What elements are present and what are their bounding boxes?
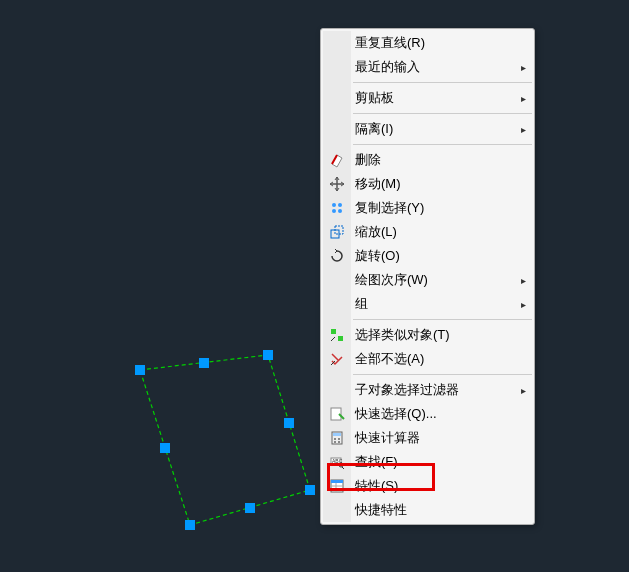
svg-point-2 [338, 203, 342, 207]
svg-marker-0 [140, 355, 310, 525]
svg-rect-20 [331, 480, 343, 483]
menu-item-label: 复制选择(Y) [355, 199, 516, 217]
deselect-icon [327, 349, 347, 369]
menu-item-label: 缩放(L) [355, 223, 516, 241]
menu-item-label: 移动(M) [355, 175, 516, 193]
menu-item-label: 子对象选择过滤器 [355, 381, 516, 399]
menu-item[interactable]: 复制选择(Y) [321, 196, 534, 220]
grip-handle[interactable] [185, 520, 195, 530]
no-icon [327, 500, 347, 520]
menu-item[interactable]: 快捷特性 [321, 498, 534, 522]
svg-point-4 [338, 209, 342, 213]
menu-item-label: 剪贴板 [355, 89, 516, 107]
menu-item-label: 绘图次序(W) [355, 271, 516, 289]
submenu-arrow-icon: ▸ [521, 299, 526, 310]
menu-item[interactable]: 最近的输入▸ [321, 55, 534, 79]
menu-item[interactable]: 子对象选择过滤器▸ [321, 378, 534, 402]
menu-item[interactable]: 绘图次序(W)▸ [321, 268, 534, 292]
quick-select-icon [327, 404, 347, 424]
svg-point-3 [332, 209, 336, 213]
no-icon [327, 380, 347, 400]
grip-handle[interactable] [160, 443, 170, 453]
select-similar-icon [327, 325, 347, 345]
menu-item[interactable]: 缩放(L) [321, 220, 534, 244]
no-icon [327, 57, 347, 77]
menu-separator [353, 82, 532, 83]
move-icon [327, 174, 347, 194]
submenu-arrow-icon: ▸ [521, 385, 526, 396]
copy-icon [327, 198, 347, 218]
menu-item[interactable]: 重复直线(R) [321, 31, 534, 55]
menu-item[interactable]: 剪贴板▸ [321, 86, 534, 110]
menu-separator [353, 144, 532, 145]
menu-item-label: 隔离(I) [355, 120, 516, 138]
properties-icon [327, 476, 347, 496]
menu-item[interactable]: 特性(S) [321, 474, 534, 498]
menu-item[interactable]: 快速计算器 [321, 426, 534, 450]
menu-item-label: 旋转(O) [355, 247, 516, 265]
svg-point-14 [334, 441, 336, 443]
grip-handle[interactable] [199, 358, 209, 368]
context-menu: 重复直线(R)最近的输入▸剪贴板▸隔离(I)▸删除移动(M)复制选择(Y)缩放(… [320, 28, 535, 525]
no-icon [327, 119, 347, 139]
menu-separator [353, 374, 532, 375]
menu-item[interactable]: 组▸ [321, 292, 534, 316]
menu-item-label: 选择类似对象(T) [355, 326, 516, 344]
menu-item[interactable]: 选择类似对象(T) [321, 323, 534, 347]
menu-item-label: 重复直线(R) [355, 34, 516, 52]
menu-item[interactable]: 旋转(O) [321, 244, 534, 268]
svg-point-12 [334, 438, 336, 440]
menu-item-label: 特性(S) [355, 477, 516, 495]
scale-icon [327, 222, 347, 242]
no-icon [327, 270, 347, 290]
submenu-arrow-icon: ▸ [521, 62, 526, 73]
menu-item-label: 快捷特性 [355, 501, 516, 519]
menu-item[interactable]: 删除 [321, 148, 534, 172]
menu-item[interactable]: 快速选择(Q)... [321, 402, 534, 426]
menu-item-label: 快速计算器 [355, 429, 516, 447]
menu-item-label: 快速选择(Q)... [355, 405, 516, 423]
svg-point-1 [332, 203, 336, 207]
menu-item-label: 删除 [355, 151, 516, 169]
menu-item-label: 查找(F)... [355, 453, 516, 471]
rotate-icon [327, 246, 347, 266]
grip-handle[interactable] [305, 485, 315, 495]
submenu-arrow-icon: ▸ [521, 275, 526, 286]
find-icon: ABC [327, 452, 347, 472]
svg-rect-7 [331, 329, 336, 334]
menu-item[interactable]: 隔离(I)▸ [321, 117, 534, 141]
menu-item-label: 最近的输入 [355, 58, 516, 76]
svg-point-13 [338, 438, 340, 440]
menu-item[interactable]: 移动(M) [321, 172, 534, 196]
no-icon [327, 33, 347, 53]
no-icon [327, 294, 347, 314]
menu-item-label: 组 [355, 295, 516, 313]
menu-item[interactable]: ABC查找(F)... [321, 450, 534, 474]
menu-item[interactable]: 全部不选(A) [321, 347, 534, 371]
menu-item-label: 全部不选(A) [355, 350, 516, 368]
svg-point-15 [338, 441, 340, 443]
grip-handle[interactable] [284, 418, 294, 428]
svg-rect-8 [338, 336, 343, 341]
svg-rect-11 [333, 433, 341, 436]
no-icon [327, 88, 347, 108]
grip-handle[interactable] [245, 503, 255, 513]
menu-separator [353, 319, 532, 320]
submenu-arrow-icon: ▸ [521, 93, 526, 104]
erase-icon [327, 150, 347, 170]
grip-handle[interactable] [263, 350, 273, 360]
grip-handle[interactable] [135, 365, 145, 375]
menu-separator [353, 113, 532, 114]
calculator-icon [327, 428, 347, 448]
submenu-arrow-icon: ▸ [521, 124, 526, 135]
